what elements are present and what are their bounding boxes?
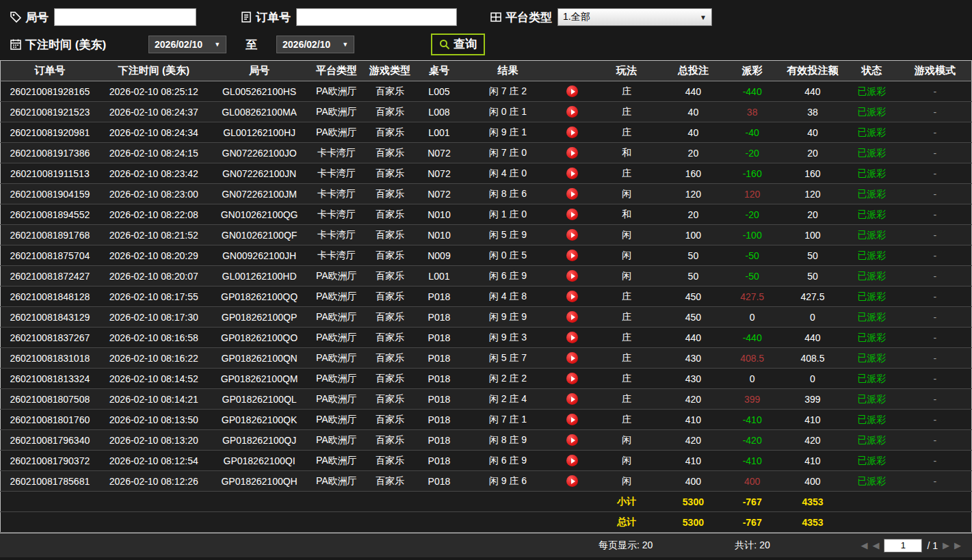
replay-play-button[interactable] <box>566 434 578 446</box>
round-input[interactable] <box>54 8 196 26</box>
valid-bet-cell: 420 <box>780 430 844 451</box>
col-result: 结果 <box>461 61 554 81</box>
table-row: 260210081785681 2026-02-10 08:12:26 GP01… <box>1 471 972 492</box>
platform-cell: PA欧洲厅 <box>310 102 363 122</box>
replay-cell <box>554 81 590 102</box>
replay-play-button[interactable] <box>566 106 578 118</box>
replay-cell <box>554 369 590 389</box>
total-bet-cell: 420 <box>663 389 724 410</box>
search-button[interactable]: 查询 <box>431 34 485 55</box>
bet-type-cell: 和 <box>590 204 663 225</box>
status-cell: 已派彩 <box>845 204 899 225</box>
round-label: 局号 <box>25 10 49 25</box>
status-cell: 已派彩 <box>845 328 899 348</box>
replay-play-button[interactable] <box>566 455 578 466</box>
bet-type-cell: 庄 <box>590 348 663 369</box>
game-mode-cell: - <box>899 389 972 410</box>
game-type-cell: 百家乐 <box>363 348 417 369</box>
replay-play-button[interactable] <box>566 352 578 364</box>
table-row: 260210081831018 2026-02-10 08:16:22 GP01… <box>1 348 972 369</box>
game-type-cell: 百家乐 <box>363 451 417 471</box>
replay-play-button[interactable] <box>566 188 578 200</box>
bet-type-cell: 庄 <box>590 369 663 389</box>
replay-play-button[interactable] <box>566 393 578 405</box>
platform-cell: 卡卡湾厅 <box>310 225 363 245</box>
round-id-cell: GN072262100JN <box>209 163 310 184</box>
valid-bet-cell: 0 <box>780 307 844 328</box>
replay-play-button[interactable] <box>566 332 578 343</box>
total-bet-cell: 20 <box>663 143 724 163</box>
table-row: 260210081911513 2026-02-10 08:23:42 GN07… <box>1 163 972 184</box>
col-valid-bet: 有效投注额 <box>780 61 844 81</box>
status-cell: 已派彩 <box>845 369 899 389</box>
bet-type-cell: 闲 <box>590 451 663 471</box>
platform-label: 平台类型 <box>505 10 552 25</box>
replay-play-button[interactable] <box>566 147 578 159</box>
table-no-cell: N010 <box>417 204 461 225</box>
platform-select[interactable]: 1.全部 ▼ <box>557 8 712 26</box>
replay-play-button[interactable] <box>566 85 578 97</box>
last-page-button[interactable] <box>954 541 961 550</box>
replay-play-button[interactable] <box>566 250 578 261</box>
valid-bet-cell: 50 <box>780 266 844 286</box>
replay-play-button[interactable] <box>566 414 578 425</box>
subtotal-spacer-right <box>845 492 972 512</box>
replay-play-button[interactable] <box>566 475 578 487</box>
replay-play-button[interactable] <box>566 270 578 282</box>
page-total-label: / 1 <box>927 540 938 551</box>
bet-time-cell: 2026-02-10 08:24:37 <box>99 102 209 122</box>
replay-play-button[interactable] <box>566 209 578 220</box>
order-id-cell: 260210081813324 <box>1 369 99 389</box>
bet-time-cell: 2026-02-10 08:22:08 <box>99 204 209 225</box>
valid-bet-cell: 440 <box>780 81 844 102</box>
replay-play-button[interactable] <box>566 229 578 241</box>
result-cell: 闲 8 庄 9 <box>461 430 554 451</box>
page-input[interactable] <box>884 539 922 552</box>
platform-selected-value: 1.全部 <box>563 11 590 23</box>
first-page-button[interactable] <box>861 541 867 550</box>
play-icon <box>571 479 575 484</box>
bet-type-cell: 闲 <box>590 245 663 266</box>
order-input[interactable] <box>296 8 457 26</box>
payout-cell: -440 <box>724 328 780 348</box>
valid-bet-cell: 410 <box>780 410 844 430</box>
result-cell: 闲 2 庄 2 <box>461 369 554 389</box>
table-row: 260210081796340 2026-02-10 08:13:20 GP01… <box>1 430 972 451</box>
game-mode-cell: - <box>899 369 972 389</box>
subtotal-payout: -767 <box>724 492 780 512</box>
platform-cell: PA欧洲厅 <box>310 410 363 430</box>
result-cell: 闲 4 庄 8 <box>461 286 554 307</box>
game-mode-cell: - <box>899 430 972 451</box>
prev-page-button[interactable] <box>872 541 879 550</box>
bet-type-cell: 闲 <box>590 266 663 286</box>
replay-play-button[interactable] <box>566 311 578 323</box>
replay-play-button[interactable] <box>566 126 578 138</box>
payout-cell: -440 <box>724 81 780 102</box>
order-id-cell: 260210081831018 <box>1 348 99 369</box>
date-from-select[interactable]: 2026/02/10 ▼ <box>148 36 226 53</box>
order-id-cell: 260210081796340 <box>1 430 99 451</box>
bet-type-cell: 庄 <box>590 286 663 307</box>
game-mode-cell: - <box>899 471 972 492</box>
pager: / 1 <box>861 539 961 552</box>
replay-play-button[interactable] <box>566 373 578 384</box>
order-id-cell: 260210081891768 <box>1 225 99 245</box>
table-row: 260210081843129 2026-02-10 08:17:30 GP01… <box>1 307 972 328</box>
subtotal-total-bet: 5300 <box>663 492 724 512</box>
round-id-cell: GP018262100QH <box>209 471 310 492</box>
replay-play-button[interactable] <box>566 291 578 302</box>
bet-type-cell: 庄 <box>590 122 663 143</box>
replay-play-button[interactable] <box>566 168 578 179</box>
play-icon <box>571 191 575 197</box>
date-to-select[interactable]: 2026/02/10 ▼ <box>276 36 354 53</box>
replay-cell <box>554 143 590 163</box>
platform-cell: PA欧洲厅 <box>310 389 363 410</box>
round-id-cell: GP018262100QL <box>209 389 310 410</box>
game-type-cell: 百家乐 <box>363 225 417 245</box>
next-page-button[interactable] <box>943 541 949 550</box>
col-replay <box>554 61 590 81</box>
status-cell: 已派彩 <box>845 307 899 328</box>
table-no-cell: P018 <box>417 348 461 369</box>
chevron-down-icon: ▼ <box>342 41 348 48</box>
order-id-cell: 260210081801760 <box>1 410 99 430</box>
